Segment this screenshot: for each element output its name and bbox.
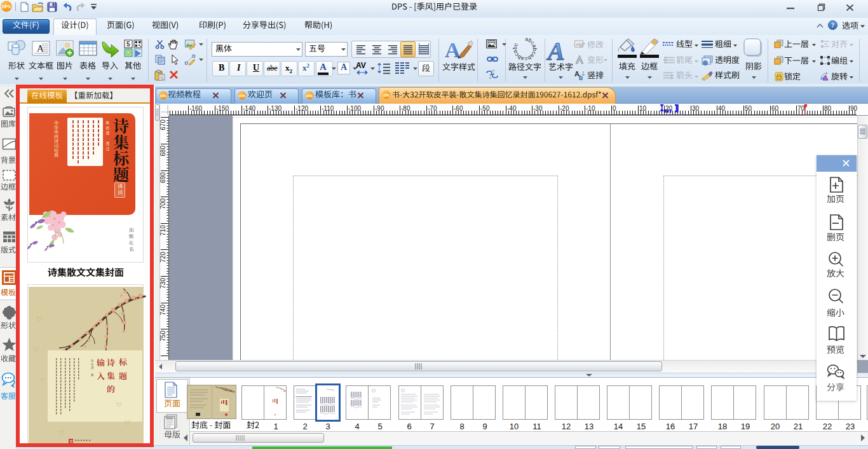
- svg-text:DPS: DPS: [239, 94, 246, 98]
- svg-text:abcabcabcabcabc: abcabcabcabcabc: [512, 36, 538, 62]
- svg-text:-150: -150: [216, 105, 229, 112]
- svg-text:-130: -130: [269, 105, 281, 112]
- svg-text:DPS: DPS: [306, 94, 313, 98]
- svg-text:60: 60: [771, 105, 779, 112]
- svg-text:b: b: [579, 74, 583, 81]
- svg-text:DPS: DPS: [383, 93, 390, 97]
- svg-text:30: 30: [692, 105, 700, 112]
- svg-text:10: 10: [639, 105, 647, 112]
- svg-text:-30: -30: [533, 105, 543, 112]
- svg-text:DPS: DPS: [160, 94, 167, 98]
- svg-text:-110: -110: [322, 105, 334, 112]
- svg-text:-100: -100: [348, 105, 361, 112]
- svg-text:-160: -160: [189, 105, 202, 112]
- svg-text:-80: -80: [401, 105, 410, 112]
- svg-text:-120: -120: [295, 105, 308, 112]
- svg-text:50: 50: [745, 105, 752, 112]
- svg-text:-60: -60: [454, 105, 463, 112]
- svg-text:80: 80: [824, 105, 832, 112]
- svg-text:90: 90: [850, 105, 858, 112]
- svg-text:40: 40: [718, 105, 726, 112]
- svg-text:-40: -40: [507, 105, 517, 112]
- svg-text:-140: -140: [243, 105, 255, 112]
- svg-text:0: 0: [613, 105, 616, 112]
- svg-text:?: ?: [831, 22, 834, 29]
- svg-text:-20: -20: [560, 105, 569, 112]
- svg-text:-50: -50: [480, 105, 490, 112]
- svg-text:A: A: [37, 43, 44, 53]
- svg-text:DPS: DPS: [2, 4, 11, 9]
- svg-text:-10: -10: [586, 105, 595, 112]
- svg-text:-90: -90: [375, 105, 384, 112]
- svg-text:-70: -70: [428, 105, 437, 112]
- svg-text:5: 5: [126, 41, 130, 48]
- svg-text:A: A: [546, 37, 565, 66]
